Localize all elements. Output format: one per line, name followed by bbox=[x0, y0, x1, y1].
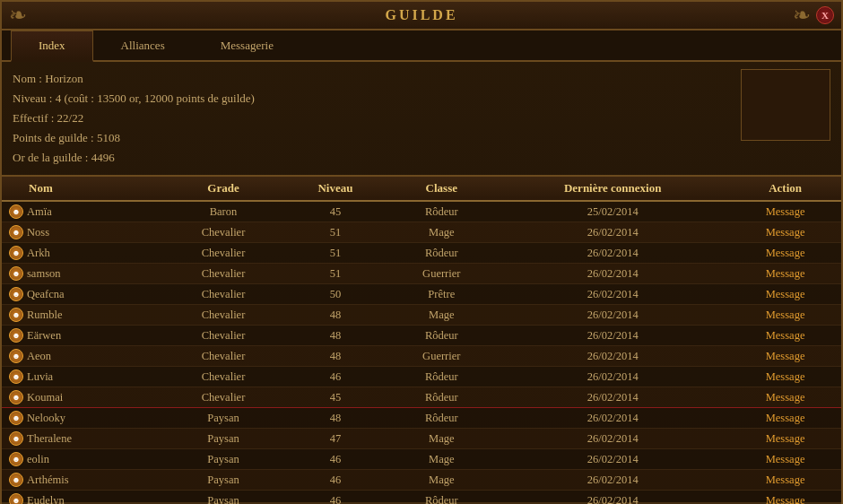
right-controls: ❧ X bbox=[793, 3, 834, 28]
member-niveau: 48 bbox=[283, 326, 387, 346]
message-link[interactable]: Message bbox=[766, 370, 805, 383]
member-grade: Paysan bbox=[163, 491, 284, 504]
member-connexion: 26/02/2014 bbox=[496, 367, 729, 387]
message-link[interactable]: Message bbox=[766, 226, 805, 239]
tab-index[interactable]: Index bbox=[11, 30, 93, 62]
table-row: ☻ArthémisPaysan46Mage26/02/2014Message bbox=[2, 470, 841, 491]
message-link[interactable]: Message bbox=[766, 453, 805, 465]
col-grade: Grade bbox=[163, 177, 284, 201]
message-link[interactable]: Message bbox=[766, 432, 805, 445]
message-link[interactable]: Message bbox=[766, 350, 805, 362]
member-grade: Chevalier bbox=[163, 264, 284, 284]
member-name-cell: ☻Eudelyn bbox=[2, 491, 163, 504]
message-link[interactable]: Message bbox=[766, 391, 805, 404]
member-name-cell: ☻Arkh bbox=[2, 243, 163, 263]
message-link[interactable]: Message bbox=[766, 267, 805, 280]
member-action[interactable]: Message bbox=[729, 387, 841, 408]
message-link[interactable]: Message bbox=[766, 329, 805, 342]
member-connexion: 26/02/2014 bbox=[496, 326, 729, 346]
member-name-cell: ☻Qeafcna bbox=[2, 284, 163, 304]
member-niveau: 51 bbox=[283, 222, 387, 243]
message-link[interactable]: Message bbox=[766, 288, 805, 300]
member-niveau: 48 bbox=[283, 305, 387, 326]
member-icon: ☻ bbox=[9, 473, 23, 487]
member-connexion: 26/02/2014 bbox=[496, 305, 729, 326]
member-classe: Rôdeur bbox=[387, 201, 496, 222]
table-row: ☻AmïaBaron45Rôdeur25/02/2014Message bbox=[2, 201, 841, 222]
member-action[interactable]: Message bbox=[729, 429, 841, 449]
member-action[interactable]: Message bbox=[729, 346, 841, 367]
member-action[interactable]: Message bbox=[729, 264, 841, 284]
member-name-cell: ☻samson bbox=[2, 264, 163, 283]
member-action[interactable]: Message bbox=[729, 491, 841, 504]
member-name: Noss bbox=[27, 226, 49, 239]
member-classe: Rôdeur bbox=[387, 367, 496, 387]
guild-or: Or de la guilde : 4496 bbox=[13, 148, 732, 168]
member-name: samson bbox=[27, 267, 61, 281]
member-name: Amïa bbox=[27, 205, 52, 219]
member-niveau: 46 bbox=[283, 491, 387, 504]
member-connexion: 26/02/2014 bbox=[496, 243, 729, 264]
message-link[interactable]: Message bbox=[766, 412, 805, 424]
table-row: ☻ArkhChevalier51Rôdeur26/02/2014Message bbox=[2, 243, 841, 264]
guild-emblem bbox=[741, 69, 830, 141]
member-niveau: 45 bbox=[283, 201, 387, 222]
member-name: Arkh bbox=[27, 247, 50, 260]
member-niveau: 51 bbox=[283, 264, 387, 284]
member-grade: Chevalier bbox=[163, 284, 284, 305]
member-grade: Chevalier bbox=[163, 367, 284, 387]
guild-nom: Nom : Horizon bbox=[13, 69, 732, 89]
member-action[interactable]: Message bbox=[729, 284, 841, 305]
member-action[interactable]: Message bbox=[729, 408, 841, 429]
tab-messagerie[interactable]: Messagerie bbox=[193, 30, 301, 62]
member-action[interactable]: Message bbox=[729, 305, 841, 326]
member-classe: Guerrier bbox=[387, 346, 496, 367]
member-connexion: 26/02/2014 bbox=[496, 284, 729, 305]
member-name-cell: ☻Aeon bbox=[2, 346, 163, 366]
member-niveau: 48 bbox=[283, 408, 387, 429]
message-link[interactable]: Message bbox=[766, 494, 805, 504]
members-table-container: Nom Grade Niveau Classe Dernière connexi… bbox=[2, 177, 841, 504]
member-name: Eudelyn bbox=[27, 494, 65, 504]
member-icon: ☻ bbox=[9, 246, 23, 260]
member-classe: Mage bbox=[387, 429, 496, 449]
table-row: ☻RumbleChevalier48Mage26/02/2014Message bbox=[2, 305, 841, 326]
member-name: Theralene bbox=[27, 432, 72, 446]
member-action[interactable]: Message bbox=[729, 449, 841, 470]
member-name-cell: ☻Noss bbox=[2, 222, 163, 242]
member-icon: ☻ bbox=[9, 369, 23, 384]
close-button[interactable]: X bbox=[816, 6, 834, 24]
guild-niveau: Niveau : 4 (coût : 13500 or, 12000 point… bbox=[13, 89, 732, 109]
member-icon: ☻ bbox=[9, 308, 23, 322]
member-action[interactable]: Message bbox=[729, 222, 841, 243]
member-classe: Rôdeur bbox=[387, 243, 496, 264]
message-link[interactable]: Message bbox=[766, 205, 805, 218]
member-grade: Chevalier bbox=[163, 326, 284, 346]
message-link[interactable]: Message bbox=[766, 308, 805, 321]
table-row: ☻samsonChevalier51Guerrier26/02/2014Mess… bbox=[2, 264, 841, 284]
member-classe: Mage bbox=[387, 470, 496, 491]
member-name: Nelooky bbox=[27, 412, 65, 425]
guild-details: Nom : Horizon Niveau : 4 (coût : 13500 o… bbox=[13, 69, 732, 168]
member-name-cell: ☻Amïa bbox=[2, 202, 163, 222]
message-link[interactable]: Message bbox=[766, 474, 805, 486]
member-grade: Chevalier bbox=[163, 222, 284, 243]
member-action[interactable]: Message bbox=[729, 367, 841, 387]
right-ornament: ❧ bbox=[793, 3, 811, 28]
member-classe: Mage bbox=[387, 222, 496, 243]
member-icon: ☻ bbox=[9, 390, 23, 404]
member-action[interactable]: Message bbox=[729, 326, 841, 346]
member-action[interactable]: Message bbox=[729, 470, 841, 491]
member-icon: ☻ bbox=[9, 411, 23, 425]
tab-alliances[interactable]: Alliances bbox=[93, 30, 193, 62]
member-niveau: 46 bbox=[283, 470, 387, 491]
member-action[interactable]: Message bbox=[729, 201, 841, 222]
message-link[interactable]: Message bbox=[766, 247, 805, 259]
table-row: ☻eolinPaysan46Mage26/02/2014Message bbox=[2, 449, 841, 470]
title-bar: ❧ Guilde ❧ X bbox=[2, 2, 841, 30]
table-row: ☻TheralenePaysan47Mage26/02/2014Message bbox=[2, 429, 841, 449]
member-action[interactable]: Message bbox=[729, 243, 841, 264]
member-icon: ☻ bbox=[9, 431, 23, 446]
member-name: Eärwen bbox=[27, 329, 61, 343]
member-grade: Chevalier bbox=[163, 346, 284, 367]
